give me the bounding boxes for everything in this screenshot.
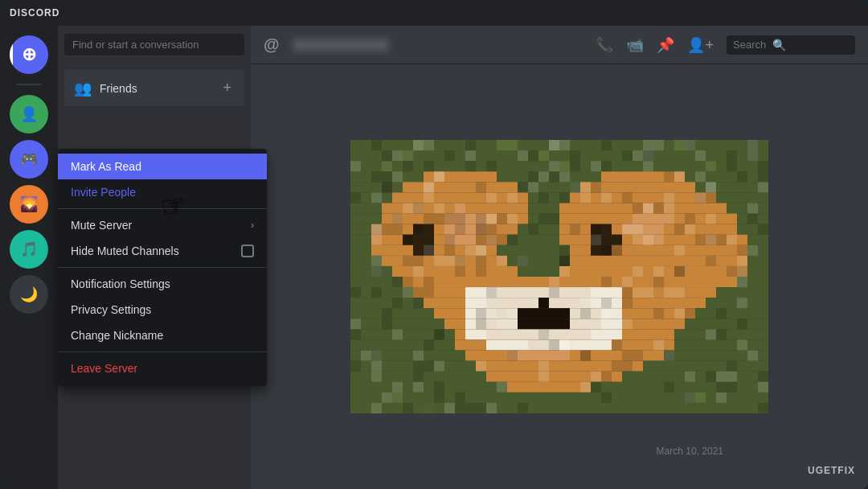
mark-as-read-label: Mark As Read — [71, 160, 141, 173]
friends-label: Friends — [100, 82, 137, 95]
server-sidebar: ⊕ 👤 🎮 🌄 🎵 🌙 — [0, 26, 58, 489]
mute-server-label: Mute Server — [71, 219, 132, 232]
channel-name — [293, 39, 389, 51]
context-divider-3 — [58, 351, 267, 352]
dm-search-bar[interactable] — [64, 34, 244, 55]
top-bar: @ 📞 📹 📌 👤+ Search 🔍 — [251, 26, 868, 64]
leave-server-item[interactable]: Leave Server — [58, 355, 267, 381]
discord-home-button[interactable]: ⊕ — [10, 35, 48, 74]
notification-settings-label: Notification Settings — [71, 277, 170, 290]
main-content: @ 📞 📹 📌 👤+ Search 🔍 March 10, 2021 — [251, 26, 868, 489]
server-icon-5[interactable]: 🌙 — [10, 275, 48, 314]
context-menu: Mark As Read Invite People Mute Server ›… — [58, 149, 267, 386]
server-avatar-4: 🎵 — [10, 230, 48, 269]
chat-area: March 10, 2021 — [251, 64, 868, 489]
server-avatar-2: 🎮 — [10, 140, 48, 179]
top-bar-actions: 📞 📹 📌 👤+ Search 🔍 — [596, 35, 855, 55]
change-nickname-label: Change Nickname — [71, 329, 163, 342]
mark-as-read-item[interactable]: Mark As Read — [58, 154, 267, 179]
app-title: DISCORD — [10, 7, 59, 18]
dm-search-input[interactable] — [72, 39, 236, 51]
left-nav: 👥 Friends + — [58, 64, 251, 113]
hide-muted-channels-label: Hide Muted Channels — [71, 244, 179, 257]
privacy-settings-item[interactable]: Privacy Settings — [58, 297, 267, 323]
server-avatar-1: 👤 — [10, 95, 48, 134]
change-nickname-item[interactable]: Change Nickname — [58, 323, 267, 348]
server-icon-1[interactable]: 👤 — [10, 95, 48, 134]
server-icon-2[interactable]: 🎮 — [10, 140, 48, 179]
title-bar: DISCORD — [0, 0, 868, 26]
notification-settings-item[interactable]: Notification Settings — [58, 271, 267, 297]
call-icon[interactable]: 📞 — [596, 36, 613, 54]
hide-muted-checkbox[interactable] — [241, 244, 254, 257]
context-divider-2 — [58, 267, 267, 268]
invite-people-label: Invite People — [71, 186, 136, 199]
discord-logo-icon: ⊕ — [22, 44, 36, 65]
friends-nav-item[interactable]: 👥 Friends + — [64, 70, 244, 106]
at-icon: @ — [264, 35, 280, 54]
search-input-bar[interactable]: Search 🔍 — [727, 35, 855, 55]
hide-muted-channels-item[interactable]: Hide Muted Channels — [58, 238, 267, 264]
pin-icon[interactable]: 📌 — [657, 36, 674, 54]
chevron-right-icon: › — [251, 220, 254, 231]
search-icon: 🔍 — [772, 39, 786, 51]
video-icon[interactable]: 📹 — [626, 36, 644, 54]
watermark: UGETFIX — [808, 465, 855, 476]
date-label: March 10, 2021 — [657, 446, 723, 457]
main-layout: ⊕ 👤 🎮 🌄 🎵 🌙 — [0, 26, 868, 489]
leave-server-label: Leave Server — [71, 362, 137, 375]
search-label: Search — [733, 39, 766, 51]
privacy-settings-label: Privacy Settings — [71, 303, 151, 316]
server-avatar-5: 🌙 — [10, 275, 48, 314]
server-icon-4[interactable]: 🎵 — [10, 230, 48, 269]
pixelated-dog-image — [350, 140, 768, 413]
server-icon-3[interactable]: 🌄 — [10, 185, 48, 224]
server-avatar-3: 🌄 — [10, 185, 48, 224]
friends-icon: 👥 — [74, 80, 92, 97]
add-dm-button[interactable]: + — [219, 76, 235, 100]
server-divider — [16, 84, 42, 85]
app-container: DISCORD ⊕ 👤 🎮 🌄 🎵 🌙 — [0, 0, 868, 489]
add-member-icon[interactable]: 👤+ — [687, 36, 714, 54]
